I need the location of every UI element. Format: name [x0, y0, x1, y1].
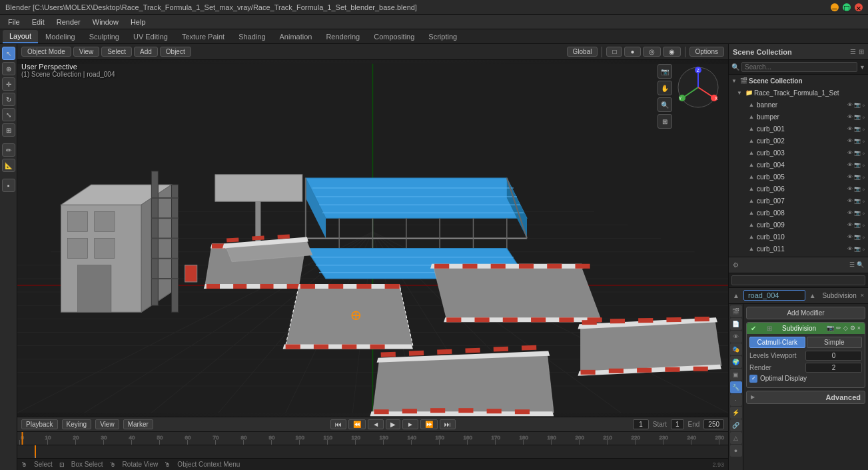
tree-item-curb_010[interactable]: ▲curb_010👁📷⬦	[729, 231, 868, 243]
eye-icon[interactable]: 👁	[847, 114, 853, 120]
zoom-icon[interactable]: 🔍	[657, 97, 672, 112]
mod-camera-icon[interactable]: 📷	[827, 325, 834, 331]
viewport-3d[interactable]: Object Mode View Select Add Object Globa…	[17, 44, 728, 417]
hand-icon[interactable]: ✋	[657, 81, 672, 95]
tree-item-bumper[interactable]: ▲bumper👁📷⬦	[729, 111, 868, 123]
selectable-icon[interactable]: ⬦	[862, 162, 865, 168]
selectable-icon[interactable]: ⬦	[862, 186, 865, 192]
selectable-icon[interactable]: ⬦	[862, 114, 865, 120]
props-tab-data[interactable]: △	[730, 432, 742, 444]
eye-icon[interactable]: 👁	[847, 174, 853, 180]
measure-tool[interactable]: 📐	[2, 159, 15, 172]
outliner-filter-icon[interactable]: ☰	[850, 48, 856, 55]
catmull-clark-button[interactable]: Catmull-Clark	[749, 337, 805, 348]
props-tab-modifier[interactable]: 🔧	[730, 381, 742, 393]
timeline-ruler[interactable]: 0 10 20 30 40 50 60	[17, 432, 728, 445]
render-visibility-icon[interactable]: 📷	[854, 198, 861, 204]
marker-menu[interactable]: Marker	[123, 419, 153, 429]
current-frame[interactable]: 1	[633, 419, 649, 429]
props-tab-view-layer[interactable]: 👁	[730, 331, 742, 343]
selectable-icon[interactable]: ⬦	[862, 126, 865, 132]
eye-icon[interactable]: 👁	[847, 186, 853, 192]
props-search-input[interactable]	[731, 275, 865, 285]
menu-render[interactable]: Render	[51, 17, 86, 27]
selectable-icon[interactable]: ⬦	[862, 234, 865, 240]
props-tab-render[interactable]: 🎬	[730, 305, 742, 317]
view-menu[interactable]: View	[73, 47, 100, 57]
jump-end-button[interactable]: ⏭	[440, 419, 456, 429]
scene-collection-item[interactable]: ▼ 🎬 Scene Collection	[729, 75, 868, 87]
props-tab-physics[interactable]: ⚡	[730, 407, 742, 419]
tree-item-curb_003[interactable]: ▲curb_003👁📷⬦	[729, 147, 868, 159]
selectable-icon[interactable]: ⬦	[862, 198, 865, 204]
cursor-tool[interactable]: ⊕	[2, 62, 15, 75]
eye-icon[interactable]: 👁	[847, 210, 853, 216]
props-filter-icon[interactable]: ☰	[849, 261, 855, 268]
add-modifier-button[interactable]: Add Modifier	[746, 307, 865, 319]
tree-item-curb_001[interactable]: ▲curb_001👁📷⬦	[729, 123, 868, 135]
tree-item-curb_007[interactable]: ▲curb_007👁📷⬦	[729, 195, 868, 207]
tab-compositing[interactable]: Compositing	[367, 30, 421, 43]
prev-keyframe-button[interactable]: ◄	[368, 419, 384, 429]
object-name-display[interactable]: road_004	[743, 290, 805, 301]
props-tab-scene[interactable]: 🎭	[730, 343, 742, 355]
outliner-search-input[interactable]	[741, 62, 857, 72]
selectable-icon[interactable]: ⬦	[862, 150, 865, 156]
maximize-button[interactable]: □	[843, 3, 851, 11]
add-menu[interactable]: Add	[134, 47, 158, 57]
props-tab-world[interactable]: 🌍	[730, 356, 742, 368]
tab-modeling[interactable]: Modeling	[39, 30, 82, 43]
object-menu[interactable]: Object	[160, 47, 191, 57]
select-menu[interactable]: Select	[101, 47, 132, 57]
tree-item-curb_009[interactable]: ▲curb_009👁📷⬦	[729, 219, 868, 231]
view-menu-timeline[interactable]: View	[95, 419, 119, 429]
eye-icon[interactable]: 👁	[847, 138, 853, 144]
start-frame[interactable]: 1	[671, 419, 684, 429]
menu-help[interactable]: Help	[125, 17, 151, 27]
menu-file[interactable]: File	[3, 17, 25, 27]
mod-cage-icon[interactable]: ◇	[843, 325, 848, 331]
playback-menu[interactable]: Playback	[21, 419, 58, 429]
jump-start-button[interactable]: ⏮	[330, 419, 346, 429]
tree-item-banner[interactable]: ▲banner👁📷⬦	[729, 99, 868, 111]
tree-item-curb_012[interactable]: ▲curb_012👁📷⬦	[729, 255, 868, 257]
selectable-icon[interactable]: ⬦	[862, 174, 865, 180]
menu-window[interactable]: Window	[87, 17, 124, 27]
modifier-type-icon[interactable]: ▲	[809, 292, 816, 299]
selectable-icon[interactable]: ⬦	[862, 210, 865, 216]
tab-uv-editing[interactable]: UV Editing	[127, 30, 175, 43]
eye-icon[interactable]: 👁	[847, 222, 853, 228]
rendered-shading[interactable]: ◉	[663, 47, 681, 57]
render-visibility-icon[interactable]: 📷	[854, 126, 861, 132]
eye-icon[interactable]: 👁	[847, 150, 853, 156]
prev-frame-button[interactable]: ⏪	[348, 419, 366, 429]
mod-edit-icon[interactable]: ✏	[836, 325, 841, 331]
menu-edit[interactable]: Edit	[27, 17, 50, 27]
transform-tool[interactable]: ⊞	[2, 123, 15, 137]
play-button[interactable]: ▶	[386, 419, 400, 429]
move-tool[interactable]: ✛	[2, 77, 15, 91]
tab-shading[interactable]: Shading	[232, 30, 272, 43]
transform-orientation[interactable]: Global	[567, 47, 598, 57]
eye-icon[interactable]: 👁	[847, 198, 853, 204]
material-shading[interactable]: ◎	[643, 47, 661, 57]
annotate-tool[interactable]: ✏	[2, 143, 15, 157]
render-visibility-icon[interactable]: 📷	[854, 210, 861, 216]
eye-icon[interactable]: 👁	[847, 102, 853, 108]
render-visibility-icon[interactable]: 📷	[854, 150, 861, 156]
eye-icon[interactable]: 👁	[847, 234, 853, 240]
props-search-icon[interactable]: 🔍	[857, 261, 864, 268]
tree-item-curb_006[interactable]: ▲curb_006👁📷⬦	[729, 183, 868, 195]
select-tool[interactable]: ↖	[2, 47, 15, 60]
grid-icon[interactable]: ⊞	[657, 114, 672, 129]
next-frame-button[interactable]: ⏩	[420, 419, 438, 429]
tab-rendering[interactable]: Rendering	[319, 30, 366, 43]
mod-close-icon[interactable]: ×	[857, 325, 861, 331]
solid-shading[interactable]: ●	[624, 47, 640, 57]
tree-item-curb_004[interactable]: ▲curb_004👁📷⬦	[729, 159, 868, 171]
keying-menu[interactable]: Keying	[62, 419, 92, 429]
render-visibility-icon[interactable]: 📷	[854, 174, 861, 180]
selectable-icon[interactable]: ⬦	[862, 102, 865, 108]
rotate-tool[interactable]: ↻	[2, 93, 15, 106]
tree-item-curb_008[interactable]: ▲curb_008👁📷⬦	[729, 207, 868, 219]
